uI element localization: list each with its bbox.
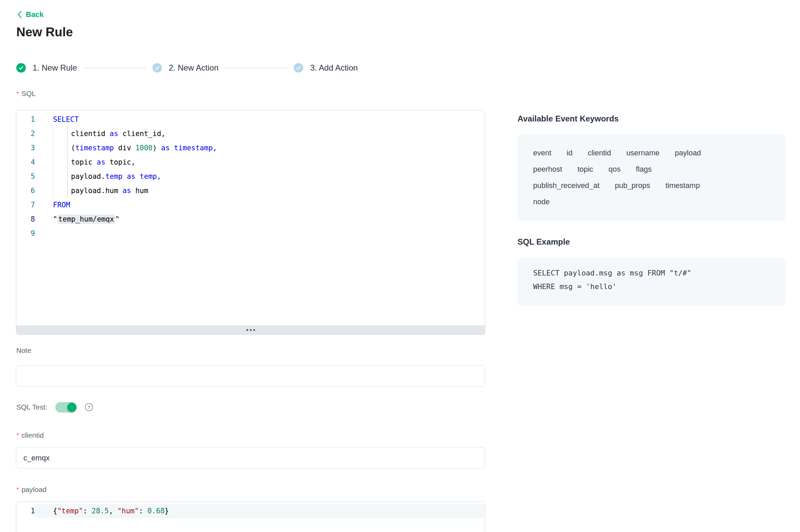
sql-example-line: SELECT payload.msg as msg FROM "t/#" <box>533 266 770 280</box>
code-token: hum <box>131 187 148 195</box>
code-line: 1SELECT <box>16 112 485 127</box>
check-circle-icon <box>152 63 162 73</box>
line-number: 1 <box>16 112 35 127</box>
ellipsis-icon <box>250 329 252 331</box>
event-keyword: pub_props <box>615 181 650 190</box>
help-icon[interactable]: ? <box>85 403 93 411</box>
code-line: 2clientid as client_id, <box>16 127 485 141</box>
event-keyword: payload <box>675 149 701 157</box>
code-token: payload. <box>71 172 105 180</box>
code-token: } <box>165 507 169 515</box>
code-token: : <box>83 507 88 515</box>
indent-guide <box>53 169 71 184</box>
code-token: as <box>161 144 170 152</box>
toggle-knob-icon <box>67 403 76 412</box>
sql-test-toggle[interactable] <box>55 402 77 413</box>
sql-example-panel: SELECT payload.msg as msg FROM "t/#" WHE… <box>517 258 785 306</box>
code-token: "temp" <box>57 507 83 515</box>
wizard-steps: 1. New Rule 2. New Action 3. Add Action <box>16 63 358 73</box>
step-label: 2. New Action <box>169 63 219 73</box>
line-number: 1 <box>16 504 35 518</box>
code-token: topic <box>71 158 97 166</box>
step-connector <box>224 68 288 68</box>
payload-code-editor[interactable]: 1{"temp": 28.5, "hum": 0.68} <box>16 501 485 532</box>
event-keyword: timestamp <box>666 181 700 190</box>
code-line: 5payload.temp as temp, <box>16 169 485 184</box>
code-token: client_id, <box>118 130 165 138</box>
clientid-field-label: * clientid <box>16 431 44 439</box>
code-line: 9 <box>16 226 485 241</box>
editor-resize-handle[interactable] <box>16 325 485 335</box>
code-token: temp, <box>140 172 161 180</box>
code-token: " <box>53 215 57 223</box>
event-keyword: qos <box>608 165 620 174</box>
event-keyword: topic <box>578 165 593 174</box>
code-line-content: clientid as client_id, <box>53 127 165 141</box>
sql-field-label: * SQL <box>16 89 36 98</box>
event-keyword: username <box>626 149 659 157</box>
code-token: timestamp <box>75 144 114 152</box>
line-number: 7 <box>16 198 35 212</box>
code-token: , <box>109 507 113 515</box>
code-line: 1{"temp": 28.5, "hum": 0.68} <box>16 504 485 518</box>
indent-guide <box>53 155 71 169</box>
indent-guide <box>53 184 71 198</box>
step-add-action[interactable]: 3. Add Action <box>294 63 358 73</box>
code-token <box>123 172 127 180</box>
code-token: ( <box>71 144 75 152</box>
event-keyword: publish_received_at <box>533 181 600 190</box>
sql-example-line: WHERE msg = 'hello' <box>533 280 770 293</box>
sql-code-editor[interactable]: 1SELECT2clientid as client_id,3(timestam… <box>16 110 485 335</box>
code-token: ) <box>152 144 161 152</box>
code-token: " <box>115 215 120 223</box>
step-label: 3. Add Action <box>310 63 358 73</box>
code-token: clientid <box>71 130 110 138</box>
line-number: 5 <box>16 169 35 184</box>
code-token: temp_hum/emqx <box>57 214 115 224</box>
sql-test-row: SQL Test: ? <box>16 401 93 413</box>
code-line-content: topic as topic, <box>53 155 135 169</box>
code-line-content: {"temp": 28.5, "hum": 0.68} <box>35 504 485 518</box>
event-keyword: peerhost <box>533 165 562 174</box>
code-line-content: payload.temp as temp, <box>53 169 161 184</box>
step-label: 1. New Rule <box>33 63 77 73</box>
sql-label-text: SQL <box>21 89 36 98</box>
keyword-row: node <box>533 194 770 210</box>
step-connector <box>83 68 146 68</box>
event-keyword: flags <box>636 165 652 174</box>
code-token: div <box>114 144 135 152</box>
line-number: 8 <box>16 212 35 226</box>
payload-field-label: * payload <box>16 485 47 494</box>
event-keyword: event <box>533 149 551 157</box>
event-keyword: node <box>533 197 550 206</box>
payload-code-area: 1{"temp": 28.5, "hum": 0.68} <box>16 502 485 518</box>
step-new-rule[interactable]: 1. New Rule <box>16 63 77 73</box>
code-line: 4topic as topic, <box>16 155 485 169</box>
code-token: { <box>53 507 57 515</box>
code-line: 3(timestamp div 1000) as timestamp, <box>16 141 485 155</box>
code-line-content: (timestamp div 1000) as timestamp, <box>53 141 217 155</box>
page-title: New Rule <box>16 25 73 39</box>
code-token: as <box>123 187 131 195</box>
code-token: : <box>139 507 143 515</box>
note-input[interactable] <box>16 365 485 387</box>
code-token: temp <box>105 172 123 180</box>
code-token: "hum" <box>113 507 139 515</box>
keyword-row: peerhosttopicqosflags <box>533 161 770 177</box>
step-new-action[interactable]: 2. New Action <box>152 63 219 73</box>
code-line: 7FROM <box>16 198 485 212</box>
clientid-input[interactable] <box>16 447 485 469</box>
new-rule-page: Back New Rule 1. New Rule 2. New Action … <box>0 0 800 532</box>
code-line-content: FROM <box>53 198 70 212</box>
code-line: 8"temp_hum/emqx" <box>16 212 485 226</box>
code-token: as <box>97 158 105 166</box>
sql-example-title: SQL Example <box>517 237 570 247</box>
note-field-label: Note <box>16 346 31 355</box>
code-token: 1000 <box>135 144 153 152</box>
chevron-left-icon <box>17 11 22 19</box>
back-link[interactable]: Back <box>17 10 44 19</box>
required-asterisk: * <box>16 431 19 439</box>
event-keyword: clientid <box>588 149 611 157</box>
sql-code-area: 1SELECT2clientid as client_id,3(timestam… <box>16 110 485 241</box>
keywords-panel-title: Available Event Keywords <box>517 114 619 124</box>
